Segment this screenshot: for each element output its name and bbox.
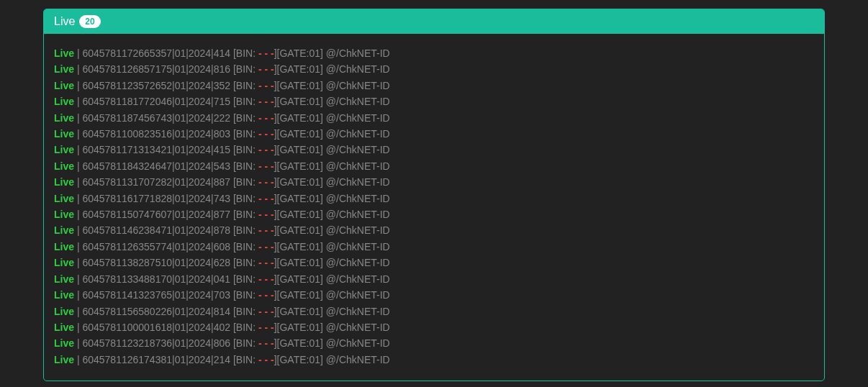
card-data: 6045781187456743|01|2024|222 (82, 112, 230, 124)
suffix: ][GATE:01] @/ChkNET-ID (274, 63, 390, 75)
card-data: 6045781126355774|01|2024|608 (82, 241, 230, 252)
card-data: 6045781156580226|01|2024|814 (82, 306, 230, 317)
bin-prefix: [BIN: (233, 209, 258, 220)
log-line: Live | 6045781150747607|01|2024|877 [BIN… (54, 206, 814, 222)
panel-header: Live 20 (44, 9, 824, 34)
bin-value: - - - (258, 209, 274, 220)
bin-prefix: [BIN: (233, 96, 258, 107)
separator: | (74, 63, 82, 75)
bin-value: - - - (258, 128, 274, 140)
suffix: ][GATE:01] @/ChkNET-ID (274, 241, 390, 252)
suffix: ][GATE:01] @/ChkNET-ID (274, 306, 390, 317)
separator: | (74, 306, 82, 317)
panel-body: Live | 6045781172665357|01|2024|414 [BIN… (44, 34, 824, 381)
bin-value: - - - (258, 273, 274, 285)
card-data: 6045781161771828|01|2024|743 (82, 193, 230, 204)
log-line: Live | 6045781187456743|01|2024|222 [BIN… (54, 110, 814, 126)
panel-title: Live (54, 15, 75, 28)
card-data: 6045781100823516|01|2024|803 (82, 128, 230, 140)
suffix: ][GATE:01] @/ChkNET-ID (274, 337, 390, 349)
suffix: ][GATE:01] @/ChkNET-ID (274, 176, 390, 188)
bin-value: - - - (258, 144, 274, 155)
bin-prefix: [BIN: (233, 337, 258, 349)
bin-prefix: [BIN: (233, 193, 258, 204)
bin-value: - - - (258, 354, 274, 365)
suffix: ][GATE:01] @/ChkNET-ID (274, 80, 390, 91)
suffix: ][GATE:01] @/ChkNET-ID (274, 209, 390, 220)
suffix: ][GATE:01] @/ChkNET-ID (274, 96, 390, 107)
bin-prefix: [BIN: (233, 273, 258, 285)
status-tag: Live (54, 354, 74, 365)
bin-value: - - - (258, 176, 274, 188)
suffix: ][GATE:01] @/ChkNET-ID (274, 354, 390, 365)
separator: | (74, 257, 82, 268)
log-line: Live | 6045781123218736|01|2024|806 [BIN… (54, 335, 814, 351)
bin-prefix: [BIN: (233, 289, 258, 301)
status-tag: Live (54, 96, 74, 107)
card-data: 6045781100001618|01|2024|402 (82, 322, 230, 333)
card-data: 6045781184324647|01|2024|543 (82, 160, 230, 172)
status-tag: Live (54, 63, 74, 75)
separator: | (74, 224, 82, 236)
bin-prefix: [BIN: (233, 80, 258, 91)
card-data: 6045781171313421|01|2024|415 (82, 144, 230, 155)
log-line: Live | 6045781100823516|01|2024|803 [BIN… (54, 126, 814, 142)
suffix: ][GATE:01] @/ChkNET-ID (274, 193, 390, 204)
log-line: Live | 6045781184324647|01|2024|543 [BIN… (54, 158, 814, 174)
bin-value: - - - (258, 47, 274, 59)
log-line: Live | 6045781126355774|01|2024|608 [BIN… (54, 239, 814, 255)
bin-value: - - - (258, 224, 274, 236)
separator: | (74, 47, 82, 59)
suffix: ][GATE:01] @/ChkNET-ID (274, 273, 390, 285)
bin-value: - - - (258, 241, 274, 252)
separator: | (74, 144, 82, 155)
count-badge: 20 (79, 15, 100, 28)
log-line: Live | 6045781133488170|01|2024|041 [BIN… (54, 271, 814, 287)
suffix: ][GATE:01] @/ChkNET-ID (274, 144, 390, 155)
log-line: Live | 6045781126857175|01|2024|816 [BIN… (54, 61, 814, 77)
card-data: 6045781133488170|01|2024|041 (82, 273, 230, 285)
log-line: Live | 6045781138287510|01|2024|628 [BIN… (54, 255, 814, 270)
status-tag: Live (54, 193, 74, 204)
card-data: 6045781123218736|01|2024|806 (82, 337, 230, 349)
bin-value: - - - (258, 322, 274, 333)
bin-prefix: [BIN: (233, 47, 258, 59)
log-line: Live | 6045781161771828|01|2024|743 [BIN… (54, 191, 814, 206)
status-tag: Live (54, 257, 74, 268)
status-tag: Live (54, 112, 74, 124)
bin-value: - - - (258, 80, 274, 91)
bin-value: - - - (258, 257, 274, 268)
log-line: Live | 6045781131707282|01|2024|887 [BIN… (54, 174, 814, 190)
separator: | (74, 193, 82, 204)
separator: | (74, 273, 82, 285)
card-data: 6045781172665357|01|2024|414 (82, 47, 230, 59)
card-data: 6045781146238471|01|2024|878 (82, 224, 230, 236)
log-line: Live | 6045781123572652|01|2024|352 [BIN… (54, 78, 814, 94)
separator: | (74, 289, 82, 301)
separator: | (74, 160, 82, 172)
bin-value: - - - (258, 160, 274, 172)
status-tag: Live (54, 80, 74, 91)
suffix: ][GATE:01] @/ChkNET-ID (274, 160, 390, 172)
bin-value: - - - (258, 337, 274, 349)
bin-prefix: [BIN: (233, 322, 258, 333)
log-line: Live | 6045781146238471|01|2024|878 [BIN… (54, 222, 814, 238)
log-line: Live | 6045781156580226|01|2024|814 [BIN… (54, 304, 814, 319)
bin-prefix: [BIN: (233, 144, 258, 155)
card-data: 6045781123572652|01|2024|352 (82, 80, 230, 91)
separator: | (74, 128, 82, 140)
log-line: Live | 6045781181772046|01|2024|715 [BIN… (54, 94, 814, 109)
log-line: Live | 6045781171313421|01|2024|415 [BIN… (54, 142, 814, 158)
log-line: Live | 6045781172665357|01|2024|414 [BIN… (54, 45, 814, 61)
suffix: ][GATE:01] @/ChkNET-ID (274, 224, 390, 236)
status-tag: Live (54, 289, 74, 301)
log-line: Live | 6045781126174381|01|2024|214 [BIN… (54, 352, 814, 368)
bin-prefix: [BIN: (233, 128, 258, 140)
bin-value: - - - (258, 193, 274, 204)
status-tag: Live (54, 176, 74, 188)
status-tag: Live (54, 128, 74, 140)
separator: | (74, 96, 82, 107)
bin-prefix: [BIN: (233, 63, 258, 75)
separator: | (74, 112, 82, 124)
suffix: ][GATE:01] @/ChkNET-ID (274, 112, 390, 124)
